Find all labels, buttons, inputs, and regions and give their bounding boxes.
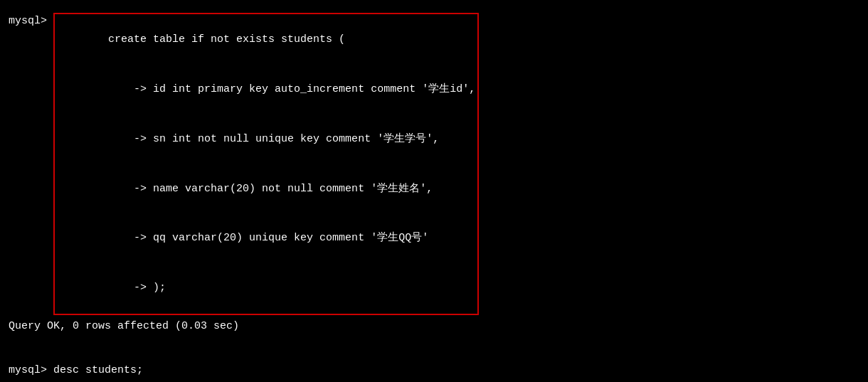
arrow-2: -> (108, 133, 147, 145)
mysql-prompt-2: mysql> (9, 362, 47, 378)
arrow-1: -> (108, 83, 147, 95)
mysql-prompt: mysql> (9, 13, 47, 29)
empty-line-1 (9, 337, 859, 354)
terminal: mysql> create table if not exists studen… (0, 7, 868, 382)
create-line-1: mysql> create table if not exists studen… (9, 13, 859, 315)
create-line-2-text: id int primary key auto_increment commen… (153, 83, 475, 95)
desc-command-text: desc students; (53, 362, 143, 378)
arrow-4: -> (108, 232, 147, 244)
create-line-1-text: create table if not exists students ( (108, 33, 345, 46)
create-line-3-text: sn int not null unique key comment '学生学号… (153, 133, 439, 145)
create-line-5-text: qq varchar(20) unique key comment '学生QQ号… (153, 232, 428, 244)
create-line-4-text: name varchar(20) not null comment '学生姓名'… (153, 183, 433, 195)
query-ok-text: Query OK, 0 rows affected (0.03 sec) (9, 318, 239, 334)
table-separator-top: +---------+-------------+------+-----+--… (9, 378, 859, 382)
create-line-6-text: ); (153, 282, 166, 294)
query-ok-line: Query OK, 0 rows affected (0.03 sec) (9, 318, 859, 334)
create-table-section: mysql> create table if not exists studen… (9, 13, 859, 315)
desc-command-line: mysql> desc students; (9, 362, 859, 378)
create-sql-block: create table if not exists students ( ->… (53, 13, 479, 315)
arrow-5: -> (108, 282, 147, 294)
arrow-3: -> (108, 183, 147, 195)
